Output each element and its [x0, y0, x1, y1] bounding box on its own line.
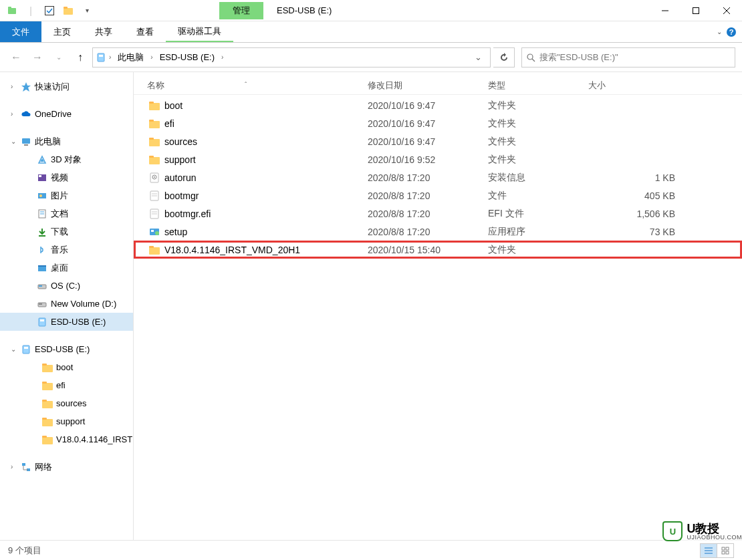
tree-quick-access[interactable]: › 快速访问	[0, 78, 133, 96]
folder-icon[interactable]	[59, 1, 78, 20]
watermark-brand: U教授	[687, 523, 742, 535]
checkbox-icon[interactable]	[40, 1, 59, 20]
svg-rect-4	[64, 7, 68, 9]
tree-label: 快速访问	[35, 81, 70, 93]
help-icon[interactable]: ?	[726, 27, 737, 37]
tree-drive-item[interactable]: V18.0.4.1146_IRST	[0, 430, 133, 448]
tree-pc-item[interactable]: 桌面	[0, 259, 133, 277]
chevron-right-icon[interactable]: ›	[11, 463, 20, 470]
tree-drive-item[interactable]: sources	[0, 394, 133, 412]
tree-pc-item[interactable]: 文档	[0, 204, 133, 223]
tab-file[interactable]: 文件	[0, 21, 41, 42]
chevron-right-icon[interactable]: ›	[148, 53, 155, 61]
dropdown-icon[interactable]: ▾	[78, 1, 96, 20]
file-type: 文件夹	[488, 118, 588, 130]
header-type[interactable]: 类型	[488, 80, 588, 92]
tab-drive-tools[interactable]: 驱动器工具	[166, 21, 233, 42]
chevron-right-icon[interactable]: ›	[219, 53, 226, 61]
forward-button[interactable]: →	[28, 48, 47, 67]
file-row[interactable]: efi 2020/10/16 9:47 文件夹	[134, 114, 742, 132]
tree-pc-item[interactable]: 3D 对象	[0, 150, 133, 168]
tree-this-pc[interactable]: ⌄ 此电脑	[0, 132, 133, 150]
file-row[interactable]: setup 2020/8/8 17:20 应用程序 73 KB	[134, 223, 742, 241]
tree-pc-item[interactable]: 图片	[0, 186, 133, 204]
file-row[interactable]: support 2020/10/16 9:52 文件夹	[134, 150, 742, 168]
tree-pc-item[interactable]: OS (C:)	[0, 277, 133, 295]
tree-drive[interactable]: ⌄ ESD-USB (E:)	[0, 340, 133, 358]
crumb-this-pc[interactable]: 此电脑	[114, 48, 148, 67]
view-details-button[interactable]	[700, 543, 717, 558]
app-icon	[3, 1, 21, 20]
maximize-button[interactable]	[681, 0, 711, 21]
chevron-down-icon[interactable]: ⌄	[717, 28, 722, 35]
tree-label: sources	[56, 398, 87, 408]
tree-label: 文档	[51, 208, 68, 220]
tree-label: 3D 对象	[51, 154, 82, 166]
tree-pc-item[interactable]: 视频	[0, 168, 133, 186]
file-row[interactable]: autorun 2020/8/8 17:20 安装信息 1 KB	[134, 168, 742, 186]
svg-line-14	[532, 59, 535, 61]
chevron-down-icon[interactable]: ⌄	[11, 345, 20, 353]
search-box[interactable]: 搜索"ESD-USB (E:)"	[521, 47, 735, 67]
file-row[interactable]: boot 2020/10/16 9:47 文件夹	[134, 96, 742, 114]
svg-marker-15	[21, 82, 31, 92]
search-icon	[526, 53, 535, 62]
file-row[interactable]: bootmgr 2020/8/8 17:20 文件 405 KB	[134, 186, 742, 204]
item-icon	[36, 244, 48, 256]
address-bar[interactable]: › 此电脑 › ESD-USB (E:) › ⌄	[92, 47, 491, 67]
file-type: 文件	[488, 190, 588, 202]
tab-view[interactable]: 查看	[124, 21, 166, 42]
tree-drive-item[interactable]: efi	[0, 376, 133, 394]
file-date: 2020/8/8 17:20	[368, 208, 488, 219]
chevron-right-icon[interactable]: ›	[106, 53, 114, 61]
svg-rect-80	[726, 551, 729, 554]
svg-text:?: ?	[729, 28, 734, 36]
address-dropdown[interactable]: ⌄	[469, 52, 487, 62]
svg-point-62	[154, 176, 155, 178]
tree-network[interactable]: › 网络	[0, 458, 133, 476]
tree-onedrive[interactable]: › OneDrive	[0, 105, 133, 123]
svg-rect-33	[39, 303, 42, 305]
file-type: EFI 文件	[488, 208, 588, 220]
svg-rect-55	[149, 120, 154, 122]
file-type: 文件夹	[488, 244, 588, 256]
tab-home[interactable]: 主页	[41, 21, 83, 42]
file-row[interactable]: bootmgr.efi 2020/8/8 17:20 EFI 文件 1,506 …	[134, 204, 742, 223]
svg-rect-54	[149, 121, 160, 128]
header-size[interactable]: 大小	[588, 80, 682, 92]
tree-label: OneDrive	[35, 109, 72, 119]
svg-rect-43	[42, 400, 47, 402]
tree-pc-item[interactable]: 音乐	[0, 241, 133, 259]
tree-drive-item[interactable]: boot	[0, 358, 133, 376]
tree-pc-item[interactable]: New Volume (D:)	[0, 295, 133, 313]
file-row[interactable]: V18.0.4.1146_IRST_VMD_20H1 2020/10/15 15…	[134, 241, 742, 259]
up-button[interactable]: ↑	[71, 48, 90, 67]
main-content: › 快速访问 › OneDrive ⌄ 此电脑 3D 对象视频图片文档下载音乐桌…	[0, 72, 742, 540]
crumb-drive[interactable]: ESD-USB (E:)	[156, 48, 219, 67]
tree-label: 音乐	[51, 244, 68, 256]
file-type: 安装信息	[488, 172, 588, 184]
chevron-down-icon[interactable]: ⌄	[11, 138, 20, 145]
minimize-button[interactable]	[650, 0, 681, 21]
svg-rect-73	[149, 246, 154, 248]
file-row[interactable]: sources 2020/10/16 9:47 文件夹	[134, 132, 742, 150]
svg-rect-2	[45, 6, 54, 15]
chevron-right-icon[interactable]: ›	[11, 83, 20, 90]
file-icon	[147, 206, 162, 221]
svg-rect-36	[23, 345, 29, 354]
header-date[interactable]: 修改日期	[368, 80, 488, 92]
svg-rect-1	[8, 7, 11, 9]
recent-dropdown[interactable]: ⌄	[49, 48, 68, 67]
watermark: U U教授 UJIAOBHOU.COM	[662, 520, 742, 543]
close-button[interactable]	[711, 0, 742, 21]
tree-drive-item[interactable]: support	[0, 412, 133, 430]
view-icons-button[interactable]	[717, 543, 734, 558]
tree-pc-item[interactable]: 下载	[0, 223, 133, 241]
tree-pc-item[interactable]: ESD-USB (E:)	[0, 313, 133, 331]
back-button[interactable]: ←	[7, 48, 25, 67]
header-name[interactable]: 名称ˆ	[147, 80, 368, 92]
svg-rect-79	[722, 551, 725, 554]
tab-share[interactable]: 共享	[83, 21, 124, 42]
refresh-button[interactable]	[493, 47, 515, 67]
chevron-right-icon[interactable]: ›	[11, 110, 20, 118]
